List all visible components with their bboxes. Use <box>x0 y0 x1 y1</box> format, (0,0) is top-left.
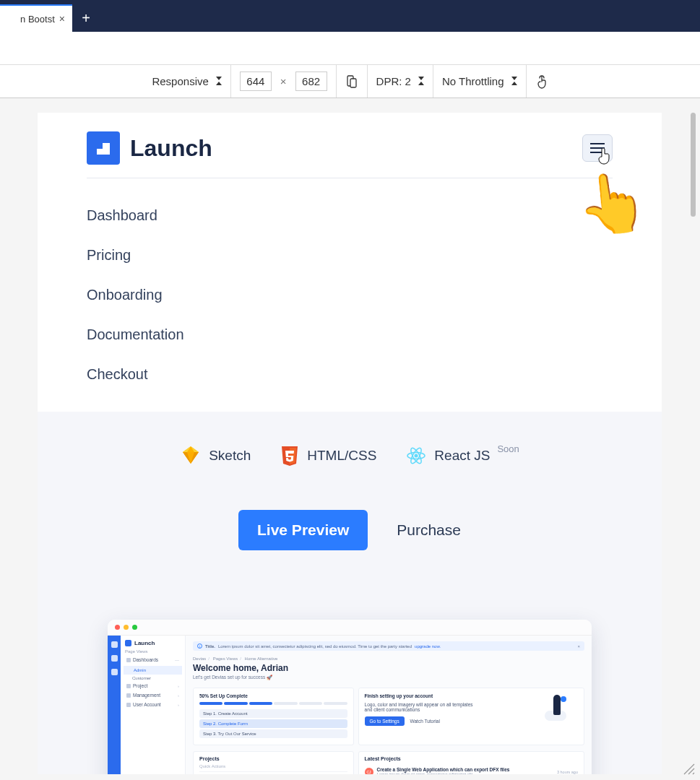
preview-rail <box>108 636 121 774</box>
react-icon <box>405 446 427 466</box>
breadcrumb: Devias/ Pages Views/ Home Alternative <box>193 656 584 661</box>
rotate-icon <box>345 74 358 89</box>
tech-htmlcss: HTML/CSS <box>280 445 376 467</box>
html5-icon <box>280 445 300 467</box>
timestamp: 3 hours ago <box>557 770 578 774</box>
latest-project-1[interactable]: CJ Create a Single Web Application which… <box>365 764 578 774</box>
new-project-row[interactable]: New Project+ <box>199 771 347 774</box>
sidebar-sub-customer[interactable]: Customer <box>125 676 181 680</box>
preview-section-label: Page Views <box>125 649 181 654</box>
nav-dashboard[interactable]: Dashboard <box>87 196 613 235</box>
device-mode-select[interactable]: Responsive <box>143 65 230 98</box>
rotate-button[interactable] <box>337 65 368 98</box>
chevron-updown-icon <box>414 75 424 87</box>
plus-icon <box>111 669 118 675</box>
dot-red-icon <box>115 625 120 630</box>
svg-point-2 <box>415 454 418 458</box>
grid-icon <box>126 658 131 662</box>
preview-sidebar: Launch Page Views Dashboards— Admin Cust… <box>121 636 186 774</box>
dashboard-preview: Launch Page Views Dashboards— Admin Cust… <box>108 620 592 774</box>
finish-card: Finish setting up your account Logo, col… <box>358 688 584 745</box>
setup-step-3[interactable]: Step 3. Try Out Our Service <box>199 729 347 738</box>
app-header: Launch <box>38 113 662 178</box>
chevron-icon: — <box>175 658 179 662</box>
preview-main: i Title. Lorem ipsum dolor sit amet, con… <box>186 636 592 774</box>
tab-title: n Bootst <box>20 14 55 25</box>
tech-htmlcss-label: HTML/CSS <box>307 448 376 464</box>
new-tab-button[interactable]: + <box>72 4 100 32</box>
page-subtitle: Let's get Devias set up for success 🚀 <box>193 675 584 680</box>
viewport-height-input[interactable]: 682 <box>295 72 327 91</box>
cta-row: Live Preview Purchase <box>38 480 662 565</box>
chevron-icon: › <box>178 703 179 707</box>
sidebar-item-dashboards[interactable]: Dashboards— <box>125 655 181 664</box>
dpr-select[interactable]: DPR: 2 <box>368 65 433 98</box>
dot-green-icon <box>132 625 137 630</box>
user-icon <box>126 703 131 707</box>
tech-react-label: React JS <box>434 448 490 464</box>
avatar: CJ <box>365 768 373 775</box>
close-icon[interactable]: × <box>577 644 580 649</box>
nav-documentation[interactable]: Documentation <box>87 315 613 355</box>
alert-body: Lorem ipsum dolor sit amet, consectetur … <box>218 644 412 649</box>
menu-toggle-button[interactable] <box>582 134 613 162</box>
mac-window-dots <box>108 620 592 636</box>
nav-onboarding[interactable]: Onboarding <box>87 275 613 315</box>
browser-tab-bar: n Bootst × + <box>0 0 700 32</box>
chevron-icon: › <box>178 684 179 688</box>
tech-stack-row: Sketch HTML/CSS React JS Soon <box>38 412 662 480</box>
browser-tab[interactable]: n Bootst × <box>0 4 72 32</box>
touch-icon <box>535 74 548 90</box>
tech-react: React JS Soon <box>405 446 519 466</box>
tech-sketch: Sketch <box>180 445 251 467</box>
nav-checkout[interactable]: Checkout <box>87 355 613 394</box>
brand-logo[interactable]: Launch <box>87 131 212 165</box>
hamburger-icon <box>590 143 605 144</box>
touch-toggle[interactable] <box>527 65 557 98</box>
close-icon[interactable]: × <box>59 13 65 25</box>
device-mode-label: Responsive <box>152 75 208 87</box>
dimension-separator: × <box>276 75 291 87</box>
setup-step-2[interactable]: Step 2. Complete Form <box>199 719 347 728</box>
throttle-label: No Throttling <box>442 75 504 87</box>
live-preview-button[interactable]: Live Preview <box>238 510 368 550</box>
devtools-canvas: Launch Dashboard Pricing Onboarding Docu… <box>0 98 700 780</box>
latest-card-title: Latest Projects <box>365 756 578 761</box>
svg-rect-1 <box>350 79 356 87</box>
finish-card-body: Logo, color and imagery will appear on a… <box>365 702 473 712</box>
brand-name: Launch <box>130 135 212 162</box>
sidebar-item-management[interactable]: Management› <box>125 690 181 700</box>
page-title: Welcome home, Adrian <box>193 663 584 673</box>
folder-icon <box>126 684 131 688</box>
quick-actions-label: Quick Actions <box>199 764 347 768</box>
alert-link[interactable]: upgrade now. <box>415 644 441 649</box>
purchase-link[interactable]: Purchase <box>397 521 461 539</box>
go-settings-button[interactable]: Go to Settings <box>365 716 405 726</box>
setup-card: 50% Set Up Complete Step 1. Create Accou… <box>193 688 354 745</box>
device-frame: Launch Dashboard Pricing Onboarding Docu… <box>38 113 662 774</box>
preview-alert: i Title. Lorem ipsum dolor sit amet, con… <box>193 641 584 651</box>
soon-badge: Soon <box>497 443 519 454</box>
tech-sketch-label: Sketch <box>209 448 251 464</box>
chevron-icon: › <box>178 693 179 698</box>
browser-address-area <box>0 32 700 65</box>
setup-card-title: 50% Set Up Complete <box>199 693 347 698</box>
plus-icon: + <box>82 10 90 27</box>
projects-card-title: Projects <box>199 756 347 761</box>
resize-handle[interactable] <box>683 763 696 776</box>
info-icon: i <box>197 644 202 649</box>
search-icon <box>111 655 118 662</box>
cursor-icon <box>596 148 612 168</box>
watch-tutorial-link[interactable]: Watch Tutorial <box>410 719 440 724</box>
nav-pricing[interactable]: Pricing <box>87 235 613 275</box>
scrollbar-thumb[interactable] <box>691 113 696 217</box>
viewport-width-input[interactable]: 644 <box>240 72 272 91</box>
progress-bar <box>199 702 347 705</box>
setup-step-1[interactable]: Step 1. Create Account <box>199 709 347 718</box>
sidebar-item-user-account[interactable]: User Account› <box>125 700 181 709</box>
gear-icon <box>126 693 131 698</box>
sidebar-sub-admin[interactable]: Admin <box>124 666 182 675</box>
sketch-icon <box>180 445 202 467</box>
sidebar-item-project[interactable]: Project› <box>125 681 181 690</box>
throttle-select[interactable]: No Throttling <box>433 65 527 98</box>
